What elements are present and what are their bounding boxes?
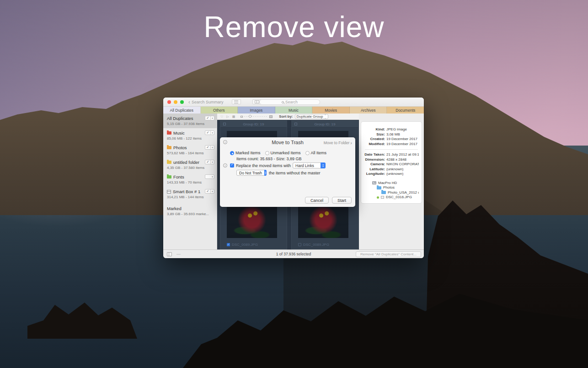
radio-marked-items[interactable]: Marked Items <box>230 151 261 155</box>
info-label: Latitude: <box>364 167 385 172</box>
zoom-slider[interactable] <box>241 115 273 118</box>
split-view-icon <box>255 100 259 103</box>
tree-label: Photo_USA_2012 copy <box>388 190 419 195</box>
sidebar-item-marked[interactable]: Marked 3,89 GB - 35.693 marke... <box>163 201 217 216</box>
tab-documents[interactable]: Documents <box>387 107 424 114</box>
chevron-left-icon: ‹ <box>188 100 190 104</box>
tab-music[interactable]: Music <box>275 107 313 114</box>
search-input[interactable]: Search <box>259 99 320 105</box>
zoom-button[interactable] <box>180 100 184 104</box>
tab-label: Movies <box>325 108 337 113</box>
file-row[interactable]: DSC_0089.JPG <box>227 243 258 247</box>
sort-dropdown[interactable]: Duplicate Group ⌃⌄ <box>295 114 328 119</box>
sidebar-item-untitled-folder[interactable]: untitled folder 4,35 GB - 37.580 items ✓… <box>163 157 217 172</box>
sidebar-item-photos[interactable]: Photos 573,62 MB - 164 items ✓▾ <box>163 143 217 157</box>
tree-label: DSC_0316.JPG <box>386 195 412 200</box>
slider-knob[interactable] <box>249 115 251 118</box>
divider <box>365 149 418 150</box>
checkbox-checked-icon: ✓ <box>205 116 211 120</box>
checkbox-checked-icon: ✓ <box>205 160 211 164</box>
content-toolbar: ♡ ▷ ▦ Sort by: Duplicate Group ⌃⌄ <box>217 114 359 120</box>
remove-content-button[interactable]: Remove "All Duplicates" Content... <box>356 251 421 257</box>
tree-label: MacPro HD <box>378 181 397 186</box>
updown-chevron-icon: ⌃⌄ <box>324 114 326 119</box>
replace-checkbox-checked[interactable] <box>230 163 234 168</box>
info-value: 19 December 2017 <box>386 142 417 147</box>
sidebar-item-smart-box[interactable]: Smart Box # 1 314,21 MB - 144 items ✓▾ <box>163 187 217 201</box>
dropdown-value: Hard Links <box>293 163 316 168</box>
info-row: Kind:JPEG image <box>364 127 419 132</box>
grid-icon[interactable]: ▦ <box>232 115 235 119</box>
sidebar-item-detail: 143,33 MB - 70 items <box>167 180 214 184</box>
mark-control[interactable]: ▾ <box>205 174 214 179</box>
tree-row-file[interactable]: DSC_0316.JPG <box>364 195 419 200</box>
sidebar-item-all-duplicates[interactable]: All Duplicates 5,15 GB - 37.936 items ✓▾ <box>163 114 217 128</box>
radio-all-items[interactable]: All Items <box>305 151 327 155</box>
replace-with-dropdown[interactable]: Hard Links ▲▼ <box>293 162 326 168</box>
mark-control[interactable]: ✓▾ <box>205 189 214 194</box>
file-row[interactable]: DSC_0089.JPG <box>298 243 329 247</box>
file-name: DSC_0089.JPG <box>232 243 258 247</box>
mark-control[interactable]: ✓▾ <box>205 130 214 135</box>
info-row: Dimension:4288 x 2848 <box>364 157 419 162</box>
radio-selected-icon <box>230 151 234 155</box>
group-header: Group ID: 19 <box>292 121 358 128</box>
sidebar-item-music[interactable]: Music 85,06 MB - 122 items ✓▾ <box>163 128 217 143</box>
heart-icon[interactable]: ♡ <box>220 115 223 119</box>
sidebar-item-label: Fonts <box>173 174 184 179</box>
close-button[interactable] <box>167 100 171 104</box>
back-button[interactable]: ‹ Search Summary <box>188 100 224 104</box>
checkbox-checked-icon: ✓ <box>205 189 211 193</box>
mark-control[interactable]: ✓▾ <box>205 116 214 120</box>
cancel-button[interactable]: Cancel <box>305 197 329 204</box>
sidebar-item-label: Music <box>173 130 185 135</box>
minus-icon[interactable]: — <box>176 252 181 256</box>
info-label: Kind: <box>364 127 385 132</box>
start-button[interactable]: Start <box>332 197 352 204</box>
info-row: Created:19 December 2017 <box>364 137 419 142</box>
tab-images[interactable]: Images <box>238 107 275 114</box>
info-value: JPEG image <box>386 127 407 132</box>
file-checkbox-checked[interactable] <box>227 243 230 246</box>
tab-others[interactable]: Others <box>201 107 238 114</box>
folder-icon <box>167 161 171 164</box>
sidebar: All Duplicates 5,15 GB - 37.936 items ✓▾… <box>163 114 217 249</box>
mark-control[interactable]: ✓▾ <box>205 145 214 150</box>
radio-label: Unmarked Items <box>271 151 301 155</box>
sidebar-item-fonts[interactable]: Fonts 143,33 MB - 70 items ▾ <box>163 172 217 187</box>
minimize-button[interactable] <box>174 100 177 104</box>
info-icon[interactable]: i <box>223 163 227 168</box>
slider-track[interactable] <box>244 116 268 117</box>
hard-drive-icon <box>372 181 376 184</box>
green-status-dot <box>377 196 379 199</box>
tab-all-duplicates[interactable]: All Duplicates <box>163 107 201 114</box>
info-row: Camera:NIKON CORPORATION,... <box>364 162 419 167</box>
info-value: 19 December 2017 <box>386 137 417 142</box>
tree-row-folder[interactable]: Photo_USA_2012 copy <box>364 190 419 195</box>
do-not-trash-dropdown[interactable]: Do Not Trash ▲▼ <box>236 170 267 176</box>
mark-control[interactable]: ✓▾ <box>205 160 214 164</box>
tab-movies[interactable]: Movies <box>312 107 350 114</box>
sort-by-label: Sort by: <box>279 114 293 119</box>
file-checkbox-unchecked[interactable] <box>298 243 301 246</box>
info-value: 4288 x 2848 <box>386 157 406 162</box>
radio-unmarked-items[interactable]: Unmarked Items <box>265 151 301 155</box>
sidebar-item-label: untitled folder <box>173 160 199 165</box>
chevron-down-icon: ▾ <box>211 131 214 135</box>
move-to-folder-link[interactable]: Move to Folder › <box>324 141 352 145</box>
folder-icon <box>167 131 171 135</box>
info-label: Camera: <box>364 162 385 167</box>
tree-row-folder[interactable]: Photos <box>364 185 419 190</box>
small-image-icon <box>241 116 243 118</box>
move-to-trash-dialog: i Move to Trash Move to Folder › Marked … <box>220 137 355 207</box>
info-row: Size:3,08 MB <box>364 132 419 137</box>
search-placeholder: Search <box>285 100 298 104</box>
tree-row-drive[interactable]: MacPro HD <box>364 181 419 186</box>
flag-icon[interactable]: ▷ <box>226 115 229 119</box>
tab-label: All Duplicates <box>170 108 194 113</box>
sidebar-toggle-icon[interactable] <box>167 252 172 256</box>
list-view-button[interactable] <box>232 99 241 104</box>
checkbox-checked-icon: ✓ <box>205 146 211 149</box>
tab-archives[interactable]: Archives <box>350 107 387 114</box>
status-bar: — 1 of 37.936 selected Remove "All Dupli… <box>163 249 424 258</box>
